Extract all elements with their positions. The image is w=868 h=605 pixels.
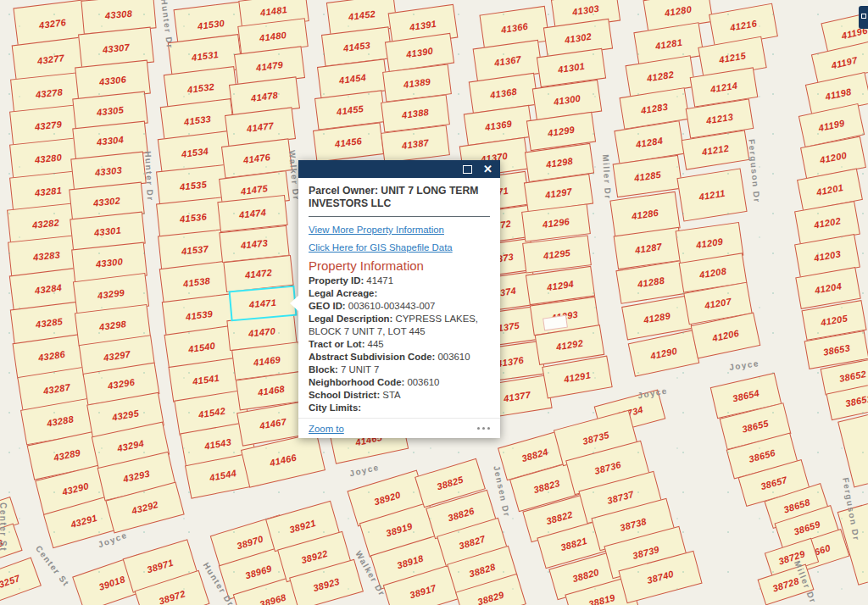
popup-header: ✕	[298, 160, 500, 178]
parcel-label: 43302	[92, 195, 120, 208]
popup-field-row: Tract or Lot: 445	[309, 338, 490, 351]
parcel-label: 38736	[593, 459, 622, 476]
parcel-label: 38652	[838, 369, 867, 384]
parcel-popup: ✕ Parcel Owner: UNIT 7 LONG TERM INVESTO…	[298, 160, 500, 438]
parcel-label: 41285	[633, 169, 661, 183]
street-label: Ferguson Dr	[747, 139, 762, 204]
parcel-label: 43281	[34, 185, 62, 197]
parcel-41211[interactable]: 41211	[676, 168, 747, 221]
parcel-label: 38827	[458, 534, 487, 552]
parcel-label: 41297	[544, 186, 572, 200]
parcel-label: 43278	[35, 86, 63, 99]
close-icon[interactable]: ✕	[483, 164, 492, 175]
parcel-label: 41455	[336, 103, 364, 117]
parcel-label: 41216	[729, 18, 758, 32]
parcel-label: 41290	[649, 346, 678, 361]
parcel-label: 38826	[447, 506, 476, 524]
parcel-label: 38655	[741, 418, 770, 434]
parcel-label: 38821	[559, 536, 588, 552]
parcel-label: 41471	[248, 297, 276, 310]
parcel-label: 41291	[563, 369, 592, 384]
parcel-label: 38659	[793, 519, 821, 536]
parcel-label: 41376	[496, 355, 524, 369]
popup-field-row: City Limits:	[309, 402, 490, 414]
parcel-label: 41541	[192, 373, 220, 386]
parcel-label: 43280	[34, 152, 62, 164]
parcel-label: 38656	[748, 447, 776, 464]
parcel-label: 43299	[97, 287, 125, 301]
parcel-label: 41387	[401, 137, 429, 151]
property-information-heading: Property Information	[309, 259, 490, 272]
parcel-label: 41531	[191, 49, 219, 63]
parcel-label: 43304	[96, 134, 124, 147]
parcel-label: 38737	[606, 489, 635, 506]
map-canvas[interactable]: 4327643277432784327943280432814328243283…	[0, 0, 868, 605]
parcel-label: 41289	[643, 310, 671, 325]
parcel-label: 41466	[269, 452, 298, 469]
building-footprint	[542, 315, 568, 331]
map-widget-button[interactable]	[859, 6, 868, 29]
view-more-property-link[interactable]: View More Property Information	[309, 224, 490, 236]
parcel-label: 41469	[253, 354, 281, 368]
parcel-label: 41539	[185, 308, 213, 322]
popup-footer: Zoom to	[298, 418, 500, 438]
parcel-label: 43288	[46, 414, 75, 428]
parcel-label: 38921	[288, 518, 317, 535]
street-label: Hunter Dr	[159, 0, 175, 49]
field-label: Tract or Lot:	[309, 339, 364, 349]
parcel-label: 43308	[104, 8, 132, 21]
parcel-label: 41206	[711, 328, 740, 343]
parcel-label: 41477	[246, 120, 274, 134]
ellipsis-icon[interactable]	[477, 427, 490, 430]
zoom-to-link[interactable]: Zoom to	[309, 424, 344, 434]
parcel-label: 41474	[238, 207, 266, 219]
popup-field-row: School District: STA	[309, 389, 490, 402]
field-label: Abstract Subdivision Code:	[309, 352, 435, 362]
parcel-label: 41475	[240, 183, 268, 197]
popup-field-row: Block: 7 UNIT 7	[309, 364, 490, 376]
parcel-label: 38819	[587, 592, 616, 605]
parcel-43257[interactable]: 43257	[0, 557, 42, 605]
parcel-label: 41212	[701, 143, 730, 158]
parcel-label: 43295	[111, 408, 140, 422]
parcel-label: 43306	[98, 74, 126, 86]
parcel-label: 41535	[179, 179, 207, 191]
parcel-41456[interactable]: 41456	[313, 122, 384, 162]
parcel-label: 41299	[547, 125, 575, 138]
popup-field-row: Neighborhood Code: 003610	[309, 376, 490, 389]
parcel-label: 41543	[203, 436, 232, 451]
parcel-label: 41215	[718, 50, 747, 64]
gis-shapefile-link[interactable]: Click Here for GIS Shapefile Data	[309, 241, 490, 253]
parcel-label: 41472	[244, 267, 272, 280]
parcel-label: 43297	[103, 349, 131, 363]
parcel-label: 41480	[259, 30, 287, 43]
popup-field-row: Property ID: 41471	[309, 275, 490, 287]
parcel-label: 41467	[259, 416, 287, 430]
popup-field-row: GEO ID: 003610-003443-007	[309, 300, 490, 313]
parcel-label: 38740	[646, 569, 675, 586]
popup-divider	[309, 216, 490, 217]
parcel-label: 41534	[181, 146, 209, 159]
popup-field-row: Legal Description: CYPRESS LAKES, BLOCK …	[309, 313, 490, 338]
maximize-icon[interactable]	[463, 165, 472, 174]
parcel-label: 43300	[95, 256, 123, 269]
parcel-label: 43294	[116, 438, 145, 453]
parcel-label: 38735	[581, 430, 610, 447]
parcel-label: 43301	[93, 225, 121, 237]
parcel-label: 43277	[36, 53, 64, 66]
parcel-label: 38653	[822, 342, 851, 357]
parcel-label: 41214	[709, 80, 738, 95]
parcel-label: 41207	[704, 296, 732, 310]
parcel-label: 41389	[403, 76, 431, 90]
field-label: Legal Description:	[309, 314, 392, 324]
field-label: Block:	[309, 364, 338, 375]
parcel-label: 41530	[197, 18, 225, 31]
parcel-label: 43291	[70, 513, 98, 530]
parcel[interactable]	[837, 411, 868, 488]
parcel-label: 38829	[476, 590, 505, 605]
parcel-label: 38971	[146, 558, 175, 575]
parcel-label: 39018	[97, 574, 126, 592]
parcel-label: 43285	[35, 316, 63, 330]
parcel-owner-title: Parcel Owner: UNIT 7 LONG TERM INVESTORS…	[309, 185, 490, 210]
parcel-41471[interactable]: 41471	[229, 286, 298, 322]
